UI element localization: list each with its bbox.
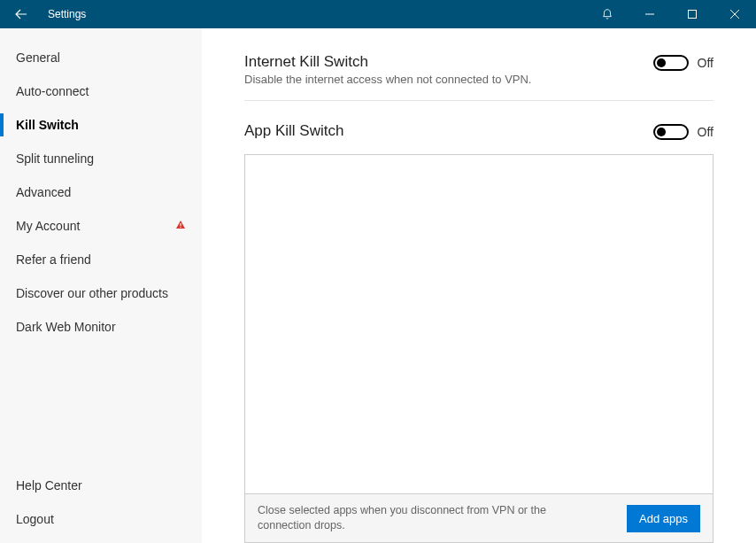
app-kill-switch-footer: Close selected apps when you disconnect … — [244, 494, 714, 543]
sidebar-item-logout[interactable]: Logout — [0, 502, 202, 536]
add-apps-button[interactable]: Add apps — [627, 505, 700, 532]
sidebar-item-my-account[interactable]: My Account — [0, 209, 202, 243]
svg-rect-4 — [180, 223, 181, 226]
sidebar-item-discover-products[interactable]: Discover our other products — [0, 276, 202, 310]
sidebar-item-split-tunneling[interactable]: Split tunneling — [0, 142, 202, 175]
app-kill-switch-footer-text: Close selected apps when you disconnect … — [258, 503, 550, 533]
sidebar-item-label: Split tunneling — [16, 151, 94, 166]
sidebar-item-label: Logout — [16, 512, 54, 526]
internet-kill-switch-row: Internet Kill Switch Disable the interne… — [244, 48, 714, 100]
sidebar-item-label: My Account — [16, 219, 80, 233]
bell-icon — [601, 8, 613, 20]
app-kill-switch-state: Off — [698, 125, 714, 139]
internet-kill-switch-desc: Disable the internet access when not con… — [244, 73, 531, 86]
window-title: Settings — [42, 8, 86, 20]
close-button[interactable] — [714, 0, 756, 28]
sidebar-item-label: Help Center — [16, 478, 82, 493]
back-arrow-icon — [14, 7, 28, 21]
svg-rect-1 — [689, 11, 697, 19]
maximize-icon — [688, 10, 697, 19]
sidebar-item-label: Refer a friend — [16, 252, 91, 267]
sidebar-item-kill-switch[interactable]: Kill Switch — [0, 108, 202, 142]
maximize-button[interactable] — [671, 0, 714, 28]
sidebar-item-general[interactable]: General — [0, 41, 202, 74]
minimize-button[interactable] — [629, 0, 671, 28]
sidebar: General Auto-connect Kill Switch Split t… — [0, 28, 202, 543]
sidebar-item-label: General — [16, 50, 60, 65]
sidebar-item-label: Dark Web Monitor — [16, 320, 116, 334]
sidebar-item-auto-connect[interactable]: Auto-connect — [0, 74, 202, 108]
sidebar-item-advanced[interactable]: Advanced — [0, 175, 202, 209]
svg-rect-5 — [180, 227, 181, 228]
sidebar-item-dark-web-monitor[interactable]: Dark Web Monitor — [0, 310, 202, 344]
close-icon — [730, 10, 739, 19]
app-kill-switch-list[interactable] — [244, 154, 714, 494]
sidebar-item-label: Discover our other products — [16, 286, 168, 300]
back-button[interactable] — [0, 0, 42, 28]
app-kill-switch-title: App Kill Switch — [244, 122, 343, 140]
app-kill-switch-toggle[interactable] — [653, 124, 689, 140]
minimize-icon — [645, 10, 654, 19]
main-panel: Internet Kill Switch Disable the interne… — [202, 28, 756, 543]
internet-kill-switch-title: Internet Kill Switch — [244, 53, 531, 71]
sidebar-item-refer-friend[interactable]: Refer a friend — [0, 243, 202, 276]
notification-button[interactable] — [586, 0, 629, 28]
divider — [244, 100, 714, 101]
internet-kill-switch-state: Off — [698, 56, 714, 70]
app-kill-switch-row: App Kill Switch Off — [244, 117, 714, 154]
alert-icon — [175, 219, 186, 233]
sidebar-item-label: Kill Switch — [16, 118, 79, 132]
internet-kill-switch-toggle[interactable] — [653, 55, 689, 71]
sidebar-item-help-center[interactable]: Help Center — [0, 469, 202, 502]
titlebar: Settings — [0, 0, 756, 28]
sidebar-item-label: Auto-connect — [16, 84, 89, 98]
sidebar-item-label: Advanced — [16, 185, 71, 199]
